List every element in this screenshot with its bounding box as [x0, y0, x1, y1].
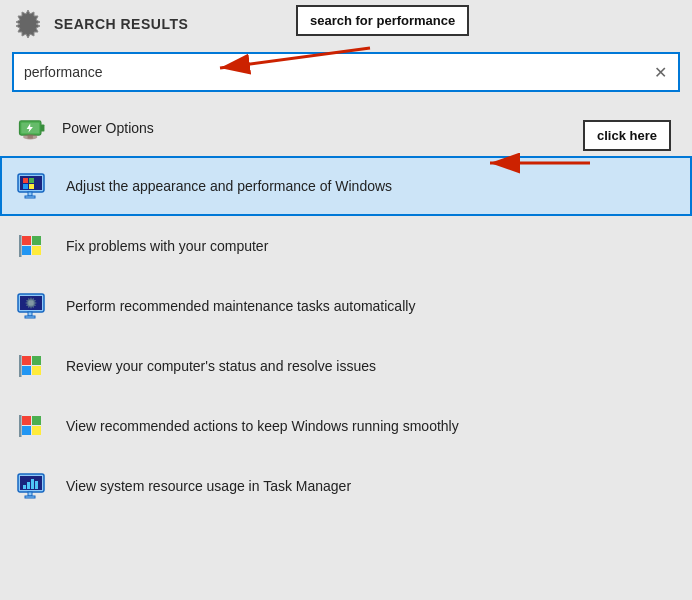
monitor-icon-2 [16, 468, 52, 504]
flag-icon [16, 228, 52, 264]
svg-rect-17 [22, 246, 31, 255]
svg-rect-10 [29, 178, 34, 183]
svg-rect-2 [41, 124, 45, 131]
svg-rect-26 [32, 356, 41, 365]
svg-rect-19 [19, 235, 22, 257]
flag-blue-icon [16, 348, 52, 384]
result-item-text: Review your computer's status and resolv… [66, 358, 376, 374]
result-item-fix-problems[interactable]: Fix problems with your computer [0, 216, 692, 276]
result-item-text: View system resource usage in Task Manag… [66, 478, 351, 494]
svg-rect-12 [29, 184, 34, 189]
result-item-text: Fix problems with your computer [66, 238, 268, 254]
header-title: SEARCH RESULTS [54, 16, 188, 32]
callout-click: click here [583, 120, 671, 151]
result-item-text: Power Options [62, 120, 154, 136]
monitor-flag-icon [16, 168, 52, 204]
svg-rect-11 [23, 184, 28, 189]
result-item-text: Perform recommended maintenance tasks au… [66, 298, 415, 314]
result-item-maintenance[interactable]: Perform recommended maintenance tasks au… [0, 276, 692, 336]
battery-icon [16, 112, 48, 144]
clear-button[interactable]: ✕ [648, 60, 672, 84]
svg-rect-24 [25, 316, 35, 318]
svg-rect-6 [28, 135, 33, 139]
svg-rect-23 [28, 312, 32, 316]
result-item-recommended-actions[interactable]: View recommended actions to keep Windows… [0, 396, 692, 456]
monitor-icon [16, 288, 52, 324]
svg-rect-15 [22, 236, 31, 245]
svg-rect-9 [23, 178, 28, 183]
svg-rect-32 [22, 426, 31, 435]
svg-rect-13 [28, 192, 32, 196]
search-box[interactable]: ✕ [12, 52, 680, 92]
svg-rect-16 [32, 236, 41, 245]
results-list: Power Options Adjust the appearance and … [0, 100, 692, 516]
svg-rect-38 [27, 482, 30, 489]
svg-rect-41 [28, 492, 32, 496]
svg-rect-18 [32, 246, 41, 255]
gear-icon [12, 8, 44, 40]
result-item-task-manager[interactable]: View system resource usage in Task Manag… [0, 456, 692, 516]
svg-rect-30 [22, 416, 31, 425]
result-item-text: View recommended actions to keep Windows… [66, 418, 459, 434]
svg-rect-37 [23, 485, 26, 489]
callout-search: search for performance [296, 5, 469, 36]
svg-rect-29 [19, 355, 22, 377]
svg-rect-34 [19, 415, 22, 437]
svg-rect-33 [32, 426, 41, 435]
svg-rect-39 [31, 479, 34, 489]
svg-rect-28 [32, 366, 41, 375]
flag-icon-2 [16, 408, 52, 444]
svg-rect-31 [32, 416, 41, 425]
result-item-review-status[interactable]: Review your computer's status and resolv… [0, 336, 692, 396]
svg-rect-42 [25, 496, 35, 498]
result-item-text: Adjust the appearance and performance of… [66, 178, 392, 194]
search-input[interactable] [14, 54, 678, 90]
svg-rect-14 [25, 196, 35, 198]
svg-rect-40 [35, 481, 38, 489]
svg-rect-25 [22, 356, 31, 365]
result-item-performance[interactable]: Adjust the appearance and performance of… [0, 156, 692, 216]
svg-rect-27 [22, 366, 31, 375]
